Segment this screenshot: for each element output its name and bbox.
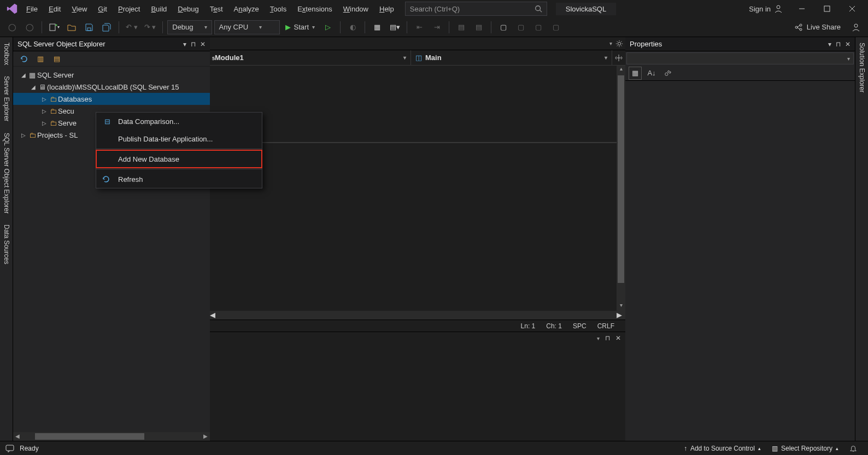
code-editor[interactable] [210,66,617,311]
live-share-button[interactable]: Live Share [788,23,846,32]
rail-solution-explorer[interactable]: Solution Explorer [857,37,867,98]
maximize-button[interactable] [814,0,840,17]
undo-button[interactable]: ↶ ▾ [124,20,140,35]
new-item-button[interactable]: ▾ [46,20,62,35]
separator [96,169,262,169]
menu-build[interactable]: Build [145,2,172,16]
svg-rect-7 [50,24,55,31]
account-icon[interactable] [848,20,864,35]
ins-mode: SPC [567,322,592,330]
expand-icon[interactable]: ▷ [40,108,48,114]
menu-debug[interactable]: Debug [172,2,204,16]
property-pages-icon[interactable] [661,67,675,80]
uncomment-button[interactable]: ▤ [471,20,486,35]
tree-label: Serve [58,119,77,127]
indent-more-button[interactable]: ⇥ [429,20,444,35]
properties-object-combo[interactable]: ▾ [626,52,854,64]
editor-member-combo[interactable]: ◫ Main▾ [411,50,612,65]
pin-icon[interactable]: ⊓ [605,334,610,342]
bookmark-button[interactable]: ▢ [496,20,511,35]
bookmark-next-button[interactable]: ▢ [531,20,546,35]
tree-databases[interactable]: ▷ 🗀 Databases [13,93,210,105]
rail-toolbox[interactable]: Toolbox [2,37,11,70]
cm-label: Add New Database [118,155,179,163]
menu-tools[interactable]: Tools [265,2,292,16]
menu-project[interactable]: Project [113,2,145,16]
cm-refresh[interactable]: Refresh [96,170,262,188]
close-icon[interactable]: ✕ [200,40,206,48]
save-button[interactable] [81,20,97,35]
redo-button[interactable]: ↷ ▾ [142,20,159,35]
menu-help[interactable]: Help [374,2,400,16]
start-no-debug-button[interactable]: ▷ [320,20,336,35]
close-icon[interactable]: ✕ [845,40,851,48]
rail-sql-explorer[interactable]: SQL Server Object Explorer [2,127,11,219]
save-all-button[interactable] [99,20,114,35]
cm-add-new-database[interactable]: Add New Database [96,150,262,168]
search-icon [535,5,542,13]
rail-server-explorer[interactable]: Server Explorer [2,70,11,127]
left-tool-rail: Toolbox Server Explorer SQL Server Objec… [0,37,13,441]
close-icon[interactable]: ✕ [615,334,621,342]
expand-icon[interactable]: ◢ [20,72,27,78]
alphabetical-icon[interactable]: A↓ [645,67,658,80]
start-button[interactable]: ▶ Start ▾ [282,20,318,35]
group-icon[interactable]: ▤ [51,54,62,64]
indent-less-button[interactable]: ⇤ [412,20,427,35]
tree-root[interactable]: ◢ ▦ SQL Server [13,69,210,81]
open-button[interactable] [64,20,79,35]
platform-combo[interactable]: Any CPU ▾ [214,20,280,34]
gear-icon[interactable] [615,40,623,48]
pin-icon[interactable]: ⊓ [191,40,196,48]
editor-scope-combo[interactable]: ₅Module1▾ [210,50,411,65]
menu-test[interactable]: Test [204,2,228,16]
menu-edit[interactable]: Edit [43,2,66,16]
panel-header: SQL Server Object Explorer ▾ ⊓ ✕ [13,37,210,51]
rail-data-sources[interactable]: Data Sources [2,219,11,270]
search-box[interactable]: Search (Ctrl+Q) [405,2,547,16]
close-button[interactable] [840,0,865,17]
menu-view[interactable]: View [66,2,92,16]
refresh-icon[interactable] [19,54,30,64]
nav-forward-button[interactable]: ◯ [22,20,37,35]
toolbar-btn[interactable]: ▤▾ [387,20,402,35]
databases-context-menu: ⊟ Data Comparison... Publish Data-tier A… [96,112,262,188]
horizontal-scrollbar[interactable]: ◀▶ [13,432,210,441]
add-server-icon[interactable]: ▥ [35,54,46,64]
expand-icon[interactable]: ◢ [30,84,37,90]
nav-back-button[interactable]: ◯ [4,20,20,35]
vertical-scrollbar[interactable]: ▴▾ [617,66,625,311]
toolbar-btn[interactable]: ◐ [345,20,360,35]
bookmark-prev-button[interactable]: ▢ [513,20,529,35]
cm-publish-dacpac[interactable]: Publish Data-tier Application... [96,130,262,147]
comment-button[interactable]: ▤ [454,20,469,35]
minimize-button[interactable] [789,0,814,17]
panel-menu-button[interactable]: ▾ [597,335,600,341]
expand-icon[interactable]: ▷ [40,96,48,102]
menu-git[interactable]: Git [92,2,113,16]
dropdown-icon[interactable]: ▾ [609,40,612,46]
categorized-icon[interactable]: ▦ [629,67,642,80]
expand-icon[interactable]: ▷ [40,120,48,126]
toolbar-btn[interactable]: ▦ [370,20,385,35]
bookmark-clear-button[interactable]: ▢ [548,20,564,35]
panel-menu-button[interactable]: ▾ [828,40,831,48]
sign-in-button[interactable]: Sign in [742,1,789,16]
chat-icon[interactable] [5,444,14,453]
svg-line-1 [539,10,542,13]
expand-icon[interactable]: ▷ [20,132,27,138]
menu-file[interactable]: File [21,2,43,16]
panel-menu-button[interactable]: ▾ [183,40,186,48]
notifications-button[interactable] [844,445,863,452]
split-icon[interactable] [612,50,625,65]
select-repository-button[interactable]: ▥ Select Repository ▴ [766,445,844,452]
tree-instance[interactable]: ◢ 🖥 (localdb)\MSSQLLocalDB (SQL Server 1… [13,81,210,93]
add-source-control-button[interactable]: ↑ Add to Source Control ▴ [678,445,766,452]
menu-analyze[interactable]: Analyze [228,2,265,16]
menu-extensions[interactable]: Extensions [292,2,338,16]
cm-data-comparison[interactable]: ⊟ Data Comparison... [96,113,262,130]
menu-window[interactable]: Window [338,2,374,16]
config-combo[interactable]: Debug ▾ [167,20,212,34]
pin-icon[interactable]: ⊓ [836,40,841,48]
editor-hscrollbar[interactable]: ◀▶ [210,311,625,320]
